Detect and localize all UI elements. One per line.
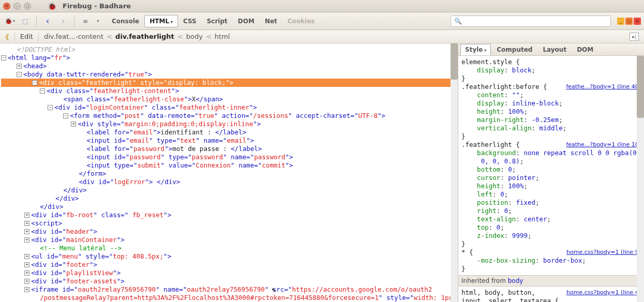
html-tree-row[interactable]: +<div id="fb-root" class=" fb_reset">	[1, 211, 457, 219]
tree-toggle[interactable]: +	[24, 229, 29, 234]
html-tree-row[interactable]: <!-- Menu latéral -->	[1, 244, 457, 252]
css-rule-line[interactable]: }	[461, 132, 641, 141]
html-tree-row[interactable]: </div>	[1, 186, 457, 194]
detach-firebug-button[interactable]: ◫	[625, 18, 633, 25]
tree-toggle[interactable]: +	[24, 213, 29, 218]
tree-toggle[interactable]: +	[71, 122, 76, 127]
html-tree-row[interactable]: +<div id="footer">	[1, 261, 457, 269]
html-tree-row[interactable]: −<div class="featherlight" style="displa…	[1, 79, 457, 87]
firebug-menu-button[interactable]: 🐞▾	[3, 14, 17, 28]
side-tab-style[interactable]: Style ▾	[460, 44, 491, 55]
css-rule-line[interactable]: top: 0;	[461, 223, 641, 232]
css-rule-line[interactable]: margin-right: -0.25em;	[461, 116, 641, 124]
css-rule-line[interactable]: feathe...?body=1 (line 40).featherlight:…	[461, 83, 641, 91]
html-tree-row[interactable]: </div>	[1, 194, 457, 203]
css-rule-line[interactable]: background: none repeat scroll 0 0 rgba(…	[461, 149, 641, 157]
minimize-firebug-button[interactable]: _	[617, 18, 624, 25]
html-tree-row[interactable]: −<html lang="fr">	[1, 54, 457, 62]
panel-tab-css[interactable]: CSS	[178, 15, 202, 27]
css-rule-line[interactable]: content: "";	[461, 91, 641, 99]
panel-tab-net[interactable]: Net	[260, 15, 282, 27]
html-tree-row[interactable]: <input type="submit" value="Connexion" n…	[1, 161, 457, 170]
breadcrumb-segment[interactable]: div.featherlight	[115, 33, 174, 40]
html-tree-row[interactable]: <span class="featherlight-close">X</span…	[1, 95, 457, 103]
tree-toggle[interactable]: +	[24, 254, 29, 259]
html-tree-row[interactable]: <input id="password" type="password" nam…	[1, 153, 457, 161]
breadcrumb-icon[interactable]: ⟪	[5, 33, 9, 41]
style-scrollbar[interactable]	[637, 56, 644, 302]
html-tree-row[interactable]: +<div style="margin:0;padding:0;display:…	[1, 120, 457, 128]
css-rule-line[interactable]: cursor: pointer;	[461, 174, 641, 182]
panel-tab-dom[interactable]: DOM	[233, 15, 260, 27]
html-tree-row[interactable]: −<div class="featherlight-content">	[1, 87, 457, 95]
tree-toggle[interactable]: +	[24, 237, 29, 243]
css-rule-line[interactable]: text-align: center;	[461, 215, 641, 223]
window-minimize-button[interactable]: −	[13, 3, 21, 10]
tree-toggle[interactable]: +	[17, 64, 22, 69]
panel-tab-html[interactable]: HTML ▾	[144, 15, 178, 27]
side-tab-dom[interactable]: DOM	[572, 44, 598, 55]
inspect-button[interactable]: ⬚	[19, 14, 32, 28]
html-tree-row[interactable]: <!DOCTYPE html>	[1, 46, 457, 54]
lines-button[interactable]: ≡	[79, 14, 92, 28]
search-input[interactable]	[464, 18, 607, 25]
html-scrollbar[interactable]	[451, 43, 458, 302]
html-tree-row[interactable]: +<div id="header">	[1, 228, 457, 236]
css-rule-line[interactable]: -moz-box-sizing: border-box;	[461, 256, 641, 265]
html-tree-row[interactable]: </form>	[1, 170, 457, 178]
edit-button[interactable]: Edit	[20, 33, 33, 40]
close-firebug-button[interactable]: ✕	[634, 18, 641, 25]
side-tab-computed[interactable]: Computed	[492, 44, 537, 55]
tree-toggle[interactable]: −	[48, 105, 53, 110]
html-tree-row[interactable]: +<iframe id="oauth2relay756956790" name=…	[1, 285, 457, 294]
html-tree-row[interactable]: /postmessageRelay?parent=http%3A%2F%2Flo…	[1, 294, 457, 302]
html-tree-row[interactable]: <div id="logError"> </div>	[1, 178, 457, 186]
html-tree-row[interactable]: <label for="password">mot de passe : </l…	[1, 145, 457, 153]
html-tree-row[interactable]: −<form method="post" data-remote="true" …	[1, 112, 457, 120]
html-tree-row[interactable]: +<div id="playlistView">	[1, 269, 457, 277]
tree-toggle[interactable]: −	[40, 88, 45, 94]
css-rule-line[interactable]: height: 100%;	[461, 108, 641, 116]
css-rule-line[interactable]: right: 0;	[461, 207, 641, 215]
tree-toggle[interactable]: +	[24, 279, 29, 284]
window-close-button[interactable]: ✕	[3, 3, 10, 10]
breadcrumb-segment[interactable]: body	[186, 33, 203, 40]
side-panel-toggle-button[interactable]: ▸|	[630, 33, 639, 41]
panel-dropdown-button[interactable]: ▾	[94, 14, 101, 28]
tree-toggle[interactable]: −	[63, 113, 68, 118]
forward-button[interactable]: ›	[56, 14, 70, 28]
tree-toggle[interactable]: +	[24, 287, 29, 292]
panel-tab-console[interactable]: Console	[107, 15, 144, 27]
tree-toggle[interactable]: +	[24, 221, 29, 226]
tree-toggle[interactable]: −	[17, 72, 22, 77]
source-link[interactable]: home.css?body=1 (line 9)	[566, 248, 641, 256]
css-rule-line[interactable]: feathe...?body=1 (line 10).featherlight …	[461, 141, 641, 149]
css-rule-line[interactable]: }	[461, 265, 641, 273]
css-rule-line[interactable]: home.css?body=1 (line 9)* {	[461, 248, 641, 256]
css-rule-line[interactable]: display: inline-block;	[461, 99, 641, 108]
side-tab-layout[interactable]: Layout	[538, 44, 571, 55]
html-tree-row[interactable]: +<head>	[1, 62, 457, 70]
html-tree-row[interactable]: +<div id="mainContainer">	[1, 236, 457, 244]
css-rule-line[interactable]: display: block;	[461, 66, 641, 74]
search-box[interactable]: 🔍	[451, 16, 611, 27]
panel-tab-cookies[interactable]: Cookies	[282, 15, 320, 27]
breadcrumb-segment[interactable]: html	[215, 33, 230, 40]
css-rule-line[interactable]: element.style {	[461, 58, 641, 66]
html-tree-panel[interactable]: <!DOCTYPE html>−<html lang="fr"> +<head>…	[0, 43, 458, 302]
html-tree-row[interactable]: −<div id="loginContainer" class="feather…	[1, 103, 457, 112]
tree-toggle[interactable]: −	[32, 80, 37, 85]
html-tree-row[interactable]: <input id="email" type="text" name="emai…	[1, 137, 457, 145]
html-tree-row[interactable]: +<script>	[1, 219, 457, 228]
css-rule-line[interactable]: home.css?body=1 (line 4)html, body, butt…	[461, 289, 641, 297]
html-tree-row[interactable]: +<ul id="menu" style="top: 408.5px;">	[1, 252, 457, 261]
tree-toggle[interactable]: −	[1, 55, 6, 61]
tree-toggle[interactable]: +	[24, 262, 29, 267]
css-rule-line[interactable]: left: 0;	[461, 190, 641, 199]
css-rule-line[interactable]: }	[461, 240, 641, 248]
css-rule-line[interactable]: z-index: 9999;	[461, 232, 641, 240]
tree-toggle[interactable]: +	[24, 270, 29, 276]
css-rule-line[interactable]: height: 100%;	[461, 182, 641, 190]
breadcrumb-segment[interactable]: div.feat...-content	[44, 33, 103, 40]
inherited-rules[interactable]: home.css?body=1 (line 4)html, body, butt…	[458, 286, 644, 302]
